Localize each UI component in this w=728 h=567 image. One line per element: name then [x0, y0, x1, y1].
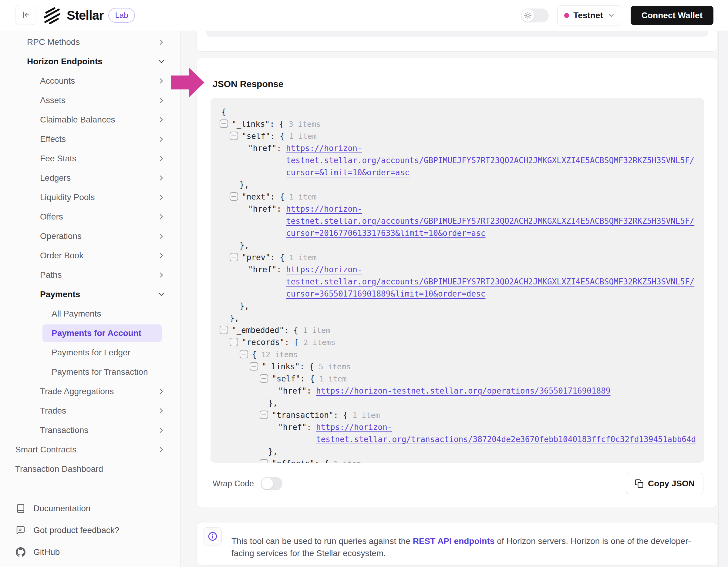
json-punctuation: { [252, 350, 261, 359]
lab-badge: Lab [108, 8, 135, 23]
collapse-toggle-icon[interactable] [230, 132, 238, 140]
sidebar-item-label: Operations [40, 231, 82, 241]
sidebar-item-all-payments[interactable]: All Payments [0, 304, 180, 323]
collapse-toggle-icon[interactable] [220, 326, 228, 334]
sidebar-item-payments-for-ledger[interactable]: Payments for Ledger [0, 343, 180, 362]
collapse-toggle-icon[interactable] [230, 338, 238, 346]
sidebar-item-label: RPC Methods [27, 37, 80, 47]
theme-toggle[interactable] [521, 8, 549, 22]
json-line: "self": { 1 item [220, 373, 704, 385]
chevron-right-icon [157, 387, 166, 396]
chevron-right-icon [157, 426, 166, 434]
wrap-code-toggle[interactable] [261, 477, 282, 490]
sidebar-item-smart-contracts[interactable]: Smart Contracts [0, 440, 180, 459]
sidebar-item-offers[interactable]: Offers [0, 207, 180, 227]
sidebar-item-rpc-methods[interactable]: RPC Methods [0, 32, 180, 52]
sidebar-collapse-button[interactable] [15, 5, 36, 25]
sidebar-footer-github[interactable]: GitHub [0, 541, 180, 563]
json-item-count: 1 item [289, 132, 317, 141]
json-href-link[interactable]: https://horizon- [316, 421, 392, 433]
sidebar-item-transaction-dashboard[interactable]: Transaction Dashboard [0, 459, 180, 479]
chevron-right-icon [157, 77, 166, 85]
sidebar-footer-got-product-feedback-[interactable]: Got product feedback? [0, 519, 180, 541]
collapse-toggle-icon[interactable] [250, 362, 258, 370]
json-response-card: JSON Response {"_links": { 3 items"self"… [197, 58, 717, 508]
sidebar-item-paths[interactable]: Paths [0, 265, 180, 285]
json-line: "transaction": { 1 item [220, 409, 704, 421]
json-punctuation: }, [230, 313, 239, 322]
sidebar-item-operations[interactable]: Operations [0, 227, 180, 246]
json-href-link[interactable]: testnet.stellar.org/accounts/GBPIMUEJFYS… [286, 154, 694, 167]
collapse-toggle-icon[interactable] [220, 120, 228, 128]
json-href-link[interactable]: cursor=&limit=10&order=asc [286, 167, 409, 179]
connect-wallet-button[interactable]: Connect Wallet [631, 6, 713, 25]
sidebar-footer-documentation[interactable]: Documentation [0, 498, 180, 519]
sidebar-item-effects[interactable]: Effects [0, 130, 180, 149]
json-href-link[interactable]: cursor=2016770613317633&limit=10&order=a… [286, 227, 485, 239]
json-line: cursor=2016770613317633&limit=10&order=a… [220, 227, 704, 239]
json-href-link[interactable]: https://horizon- [286, 142, 362, 154]
sidebar-item-claimable-balances[interactable]: Claimable Balances [0, 110, 180, 130]
json-key: "href": [248, 265, 286, 274]
main-content: JSON Response {"_links": { 3 items"self"… [181, 31, 718, 567]
sidebar-item-label: Transactions [40, 425, 88, 435]
json-punctuation: }, [240, 301, 249, 310]
sidebar-item-label: Ledgers [40, 173, 71, 183]
chevron-down-icon [157, 290, 166, 299]
sidebar-item-liquidity-pools[interactable]: Liquidity Pools [0, 188, 180, 207]
sidebar-item-fee-stats[interactable]: Fee Stats [0, 149, 180, 168]
json-href-link[interactable]: testnet.stellar.org/transactions/387204d… [316, 433, 696, 445]
network-select[interactable]: Testnet [557, 5, 622, 25]
scrollbar-gutter[interactable] [718, 31, 728, 567]
sidebar-item-horizon-endpoints[interactable]: Horizon Endpoints [0, 52, 180, 71]
sidebar-item-accounts[interactable]: Accounts [0, 71, 180, 91]
json-key: "prev": { [242, 253, 289, 262]
json-line: "records": [ 2 items [220, 336, 704, 348]
sidebar-item-trade-aggregations[interactable]: Trade Aggregations [0, 382, 180, 401]
sidebar-item-order-book[interactable]: Order Book [0, 246, 180, 265]
collapse-toggle-icon[interactable] [230, 192, 238, 201]
json-item-count: 12 items [261, 350, 298, 359]
brand-logo[interactable]: Stellar Lab [42, 0, 135, 31]
json-href-link[interactable]: https://horizon-testnet.stellar.org/oper… [316, 385, 611, 397]
sidebar-item-payments-for-transaction[interactable]: Payments for Transaction [0, 362, 180, 382]
json-href-link[interactable]: testnet.stellar.org/accounts/GBPIMUEJFYS… [286, 215, 694, 227]
json-item-count: 1 item [334, 459, 361, 463]
json-line: cursor=365501716901889&limit=10&order=de… [220, 288, 704, 300]
wrap-code-group: Wrap Code [213, 477, 282, 490]
json-href-link[interactable]: https://horizon- [286, 264, 362, 276]
sidebar-item-payments-for-account[interactable]: Payments for Account [0, 323, 180, 343]
json-key: "self": { [272, 374, 319, 383]
json-punctuation: }, [268, 447, 278, 456]
json-key: "href": [278, 423, 316, 432]
copy-json-button[interactable]: Copy JSON [626, 473, 703, 494]
json-href-link[interactable]: testnet.stellar.org/accounts/GBPIMUEJFYS… [286, 276, 694, 288]
json-href-link[interactable]: cursor=365501716901889&limit=10&order=de… [286, 288, 485, 300]
collapse-toggle-icon[interactable] [230, 253, 238, 262]
collapse-toggle-icon[interactable] [260, 410, 268, 419]
collapse-toggle-icon[interactable] [260, 374, 268, 383]
sidebar-item-transactions[interactable]: Transactions [0, 420, 180, 440]
json-key: "_links": { [232, 120, 289, 129]
sidebar-item-assets[interactable]: Assets [0, 91, 180, 110]
json-href-link[interactable]: https://horizon- [286, 203, 362, 215]
network-status-dot [564, 13, 569, 18]
sidebar-item-label: Order Book [40, 251, 83, 260]
sidebar-item-label: Paths [40, 270, 62, 280]
sidebar-item-ledgers[interactable]: Ledgers [0, 168, 180, 188]
collapse-toggle-icon[interactable] [260, 459, 268, 463]
collapse-toggle-icon[interactable] [240, 350, 248, 358]
sidebar-item-label: Claimable Balances [40, 115, 115, 124]
chevron-right-icon [157, 407, 166, 415]
info-icon [207, 531, 218, 542]
json-item-count: 1 item [352, 411, 380, 420]
sidebar-item-payments[interactable]: Payments [0, 285, 180, 304]
sun-icon [524, 11, 532, 20]
chevron-right-icon [157, 213, 166, 221]
feedback-icon [16, 525, 25, 535]
chevron-right-icon [157, 154, 166, 163]
sidebar-item-label: Smart Contracts [15, 445, 76, 454]
sidebar-item-trades[interactable]: Trades [0, 401, 180, 420]
rest-api-endpoints-link[interactable]: REST API endpoints [413, 536, 495, 546]
sidebar-footer: DocumentationGot product feedback?GitHub [0, 498, 180, 563]
